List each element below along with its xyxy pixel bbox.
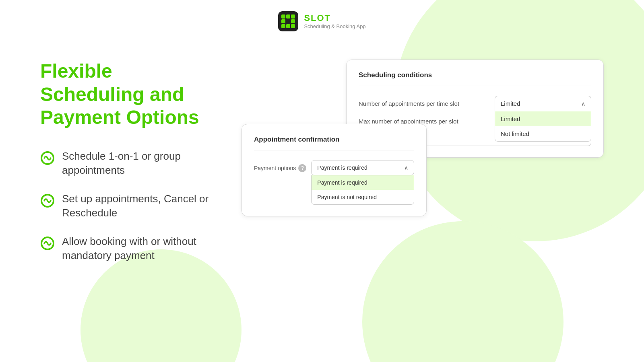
right-panel: Scheduling conditions Number of appointm… [242,60,604,253]
logo-dot [281,14,285,19]
payment-dropdown-wrapper: Payment is required Payment is required … [311,160,414,205]
payment-option-required[interactable]: Payment is required [312,175,414,190]
scheduling-dropdown-menu: Limited Not limited [495,111,591,142]
feature-text-3: Allow booking with or without mandatory … [62,234,209,263]
scheduling-card-title: Scheduling conditions [359,71,591,86]
payment-row: Payment options ? Payment is required Pa… [254,160,414,205]
logo-dot [286,24,290,28]
feature-text-1: Schedule 1-on-1 or group appointments [62,149,209,177]
scheduling-dropdown-wrapper: Limited Limited Not limited [495,96,591,111]
payment-option-not-required[interactable]: Payment is not required [312,190,414,204]
scheduling-field-label: Number of appointments per time slot [359,100,495,107]
feature-icon-2 [40,193,55,208]
feature-icon-3 [40,236,55,251]
bg-circle-bottom-left [80,249,242,362]
logo-dot [291,24,295,28]
logo-box [278,11,298,31]
scheduling-option-not-limited[interactable]: Not limited [495,126,591,141]
scheduling-field-row: Number of appointments per time slot Lim… [359,96,591,111]
payment-dropdown-trigger[interactable]: Payment is required [311,160,414,175]
feature-text-2: Set up appointments, Cancel or Reschedul… [62,192,209,220]
appointment-card: Appointment confirmation Payment options… [242,124,427,216]
feature-item-1: Schedule 1-on-1 or group appointments [40,149,209,177]
feature-item-3: Allow booking with or without mandatory … [40,234,209,263]
scheduling-dropdown-trigger[interactable]: Limited [495,96,591,111]
main-content: Flexible Scheduling and Payment Options … [0,35,644,263]
logo-dot [286,14,290,19]
help-icon[interactable]: ? [298,164,306,172]
page-title: Flexible Scheduling and Payment Options [40,60,209,129]
payment-dropdown-selected: Payment is required [317,165,367,171]
feature-item-2: Set up appointments, Cancel or Reschedul… [40,192,209,220]
left-panel: Flexible Scheduling and Payment Options … [40,60,209,263]
payment-options-label: Payment options ? [254,160,306,172]
logo-subtitle: Scheduling & Booking App [304,23,365,29]
payment-dropdown-menu: Payment is required Payment is not requi… [311,175,414,205]
logo-dot [286,19,290,23]
feature-icon-1 [40,151,55,165]
logo-dot [291,19,295,23]
chevron-up-icon [581,100,585,107]
logo-text-group: SLOT Scheduling & Booking App [304,13,365,29]
logo-dot [291,14,295,19]
scheduling-dropdown-selected: Limited [501,100,520,107]
logo-name: SLOT [304,13,365,23]
logo-dot [281,24,285,28]
payment-chevron-up-icon [404,165,408,171]
feature-list: Schedule 1-on-1 or group appointments Se… [40,149,209,263]
scheduling-option-limited[interactable]: Limited [495,111,591,126]
logo-grid [281,14,295,28]
appointment-card-title: Appointment confirmation [254,136,414,150]
logo-dot [281,19,285,23]
header: SLOT Scheduling & Booking App [0,0,644,35]
